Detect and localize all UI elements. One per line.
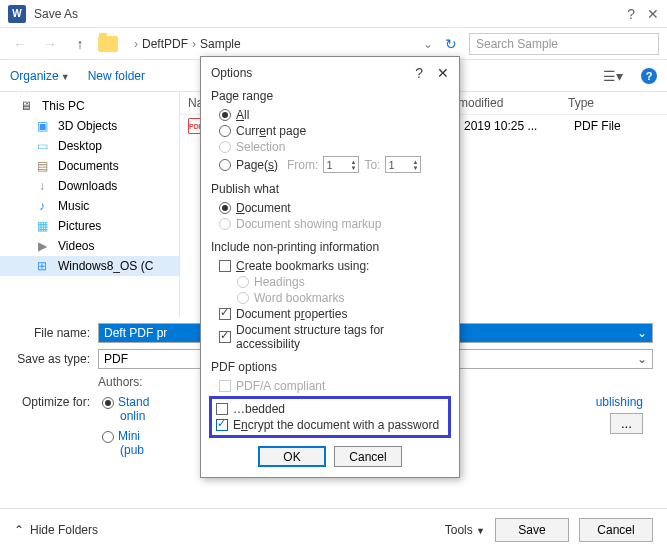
pdf-options-header: PDF options bbox=[211, 360, 449, 374]
nonprint-group: Include non-printing information Create … bbox=[211, 240, 449, 352]
sidebar-item-documents[interactable]: ▤Documents bbox=[0, 156, 179, 176]
title-bar: W Save As ? ✕ bbox=[0, 0, 667, 28]
bookmarks-word-radio: Word bookmarks bbox=[211, 290, 449, 306]
up-button[interactable]: ↑ bbox=[68, 32, 92, 56]
documents-icon: ▤ bbox=[34, 159, 50, 173]
file-type-cell: PDF File bbox=[574, 119, 667, 133]
help-icon[interactable]: ? bbox=[627, 6, 635, 22]
forward-button: → bbox=[38, 32, 62, 56]
sidebar: 🖥This PC ▣3D Objects ▭Desktop ▤Documents… bbox=[0, 92, 180, 317]
col-modified[interactable]: modified bbox=[450, 96, 560, 110]
music-icon: ♪ bbox=[34, 199, 50, 213]
disk-icon: ⊞ bbox=[34, 259, 50, 273]
cube-icon: ▣ bbox=[34, 119, 50, 133]
open-after-publishing-link[interactable]: ublishing bbox=[596, 395, 643, 409]
cancel-button[interactable]: Cancel bbox=[579, 518, 653, 542]
sidebar-item-music[interactable]: ♪Music bbox=[0, 196, 179, 216]
options-dialog: Options ? ✕ Page range All Current page … bbox=[200, 56, 460, 478]
pagerange-selection-radio: Selection bbox=[211, 139, 449, 155]
save-button[interactable]: Save bbox=[495, 518, 569, 542]
search-placeholder: Search Sample bbox=[476, 37, 558, 51]
new-folder-button[interactable]: New folder bbox=[88, 69, 145, 83]
modal-close-icon[interactable]: ✕ bbox=[437, 65, 449, 81]
breadcrumb-item[interactable]: DeftPDF bbox=[142, 37, 188, 51]
chevron-up-icon: ⌃ bbox=[14, 523, 24, 537]
pagerange-current-radio[interactable]: Current page bbox=[211, 123, 449, 139]
saveastype-label: Save as type: bbox=[14, 352, 90, 366]
encrypt-password-check[interactable]: Encrypt the document with a password bbox=[216, 417, 444, 433]
sidebar-item-3d-objects[interactable]: ▣3D Objects bbox=[0, 116, 179, 136]
breadcrumb[interactable]: › DeftPDF › Sample ⌄ bbox=[124, 37, 433, 51]
pc-icon: 🖥 bbox=[18, 99, 34, 113]
modal-help-icon[interactable]: ? bbox=[415, 65, 423, 81]
organize-menu[interactable]: Organize▼ bbox=[10, 69, 70, 83]
desktop-icon: ▭ bbox=[34, 139, 50, 153]
publish-what-header: Publish what bbox=[211, 182, 449, 196]
options-title: Options bbox=[211, 66, 415, 80]
pdf-options-group: PDF options PDF/A compliant …bedded Encr… bbox=[211, 360, 449, 438]
modal-ok-button[interactable]: OK bbox=[258, 446, 326, 467]
tools-menu[interactable]: Tools ▼ bbox=[445, 523, 485, 537]
struct-tags-check[interactable]: Document structure tags for accessibilit… bbox=[211, 322, 449, 352]
dialog-footer: ⌃ Hide Folders Tools ▼ Save Cancel bbox=[0, 508, 667, 550]
back-button[interactable]: ← bbox=[8, 32, 32, 56]
bookmarks-headings-radio: Headings bbox=[211, 274, 449, 290]
help-button[interactable]: ? bbox=[641, 68, 657, 84]
col-type[interactable]: Type bbox=[560, 96, 667, 110]
create-bookmarks-check[interactable]: Create bookmarks using: bbox=[211, 258, 449, 274]
pdfa-check: PDF/A compliant bbox=[211, 378, 449, 394]
encrypt-highlight: …bedded Encrypt the document with a pass… bbox=[209, 396, 451, 438]
sidebar-item-videos[interactable]: ▶Videos bbox=[0, 236, 179, 256]
word-app-icon: W bbox=[8, 5, 26, 23]
sidebar-item-desktop[interactable]: ▭Desktop bbox=[0, 136, 179, 156]
pagerange-all-radio[interactable]: All bbox=[211, 107, 449, 123]
chevron-down-icon[interactable]: ⌄ bbox=[423, 37, 433, 51]
page-from-input[interactable]: 1▲▼ bbox=[323, 156, 359, 173]
page-range-header: Page range bbox=[211, 89, 449, 103]
options-button[interactable]: ... bbox=[610, 413, 643, 434]
sidebar-item-downloads[interactable]: ↓Downloads bbox=[0, 176, 179, 196]
publish-document-radio[interactable]: Document bbox=[211, 200, 449, 216]
view-options-button[interactable]: ☰▾ bbox=[603, 68, 623, 84]
publish-what-group: Publish what Document Document showing m… bbox=[211, 182, 449, 232]
bitmap-text-check[interactable]: …bedded bbox=[216, 401, 444, 417]
close-icon[interactable]: ✕ bbox=[647, 6, 659, 22]
filename-label: File name: bbox=[14, 326, 90, 340]
pictures-icon: ▦ bbox=[34, 219, 50, 233]
window-title: Save As bbox=[34, 7, 627, 21]
page-range-group: Page range All Current page Selection Pa… bbox=[211, 89, 449, 174]
file-modified-cell: 2019 10:25 ... bbox=[464, 119, 574, 133]
optimize-label: Optimize for: bbox=[14, 395, 90, 409]
sidebar-item-this-pc[interactable]: 🖥This PC bbox=[0, 96, 179, 116]
chevron-right-icon: › bbox=[134, 37, 138, 51]
search-input[interactable]: Search Sample bbox=[469, 33, 659, 55]
chevron-right-icon: › bbox=[192, 37, 196, 51]
videos-icon: ▶ bbox=[34, 239, 50, 253]
sidebar-item-pictures[interactable]: ▦Pictures bbox=[0, 216, 179, 236]
modal-cancel-button[interactable]: Cancel bbox=[334, 446, 402, 467]
hide-folders-button[interactable]: ⌃ Hide Folders bbox=[14, 523, 98, 537]
doc-properties-check[interactable]: Document properties bbox=[211, 306, 449, 322]
publish-markup-radio: Document showing markup bbox=[211, 216, 449, 232]
folder-icon[interactable] bbox=[98, 36, 118, 52]
pagerange-pages-radio[interactable]: Page(s) From: 1▲▼ To: 1▲▼ bbox=[211, 155, 449, 174]
downloads-icon: ↓ bbox=[34, 179, 50, 193]
breadcrumb-item[interactable]: Sample bbox=[200, 37, 241, 51]
refresh-button[interactable]: ↻ bbox=[439, 36, 463, 52]
sidebar-item-disk-c[interactable]: ⊞Windows8_OS (C bbox=[0, 256, 179, 276]
page-to-input[interactable]: 1▲▼ bbox=[385, 156, 421, 173]
nonprint-header: Include non-printing information bbox=[211, 240, 449, 254]
